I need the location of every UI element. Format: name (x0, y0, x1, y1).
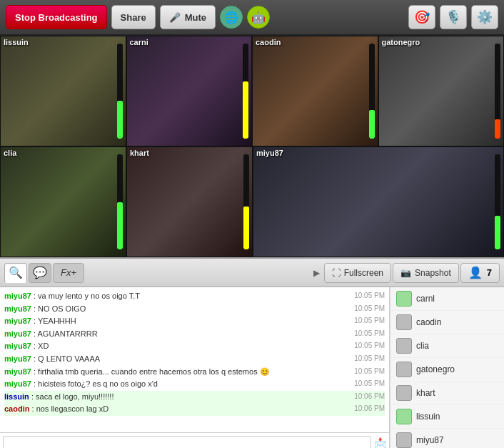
user-name: carnl (416, 294, 435, 304)
video-cell-carni: carni (126, 36, 253, 146)
fullscreen-button[interactable]: ⛶ Fullscreen (324, 263, 391, 283)
message-text: miyu87 : firthalia tmb queria... cuando … (4, 366, 348, 379)
message-row: miyu87 : NO OS OIGO 10:05 PM (4, 303, 385, 316)
microphone-settings-button[interactable]: 🎙️ (440, 5, 467, 29)
android-icon[interactable]: 🤖 (247, 6, 270, 29)
user-list-item[interactable]: caodin (390, 311, 504, 334)
safari-icon[interactable]: 🌐 (220, 6, 243, 29)
user-icon: 👤 (468, 266, 483, 279)
message-row: miyu87 : hicisteis foto¿? es q no os oig… (4, 378, 385, 391)
message-content: : AGUANTARRRR (34, 329, 98, 338)
chat-panel: miyu87 : va muy lento y no os oigo T.T 1… (0, 287, 390, 448)
chat-tab[interactable]: 💬 (29, 263, 51, 283)
user-avatar (396, 314, 412, 330)
message-sender: miyu87 (4, 292, 31, 300)
main-content: miyu87 : va muy lento y no os oigo T.T 1… (0, 287, 504, 448)
video-grid: lissuin carni caodin gatonegro clia khar… (0, 36, 504, 257)
message-row: miyu87 : va muy lento y no os oigo T.T 1… (4, 290, 385, 303)
message-time: 10:05 PM (354, 340, 385, 353)
vol-bar-lissuin (117, 44, 123, 139)
message-time: 10:05 PM (354, 328, 385, 341)
settings-button[interactable]: ⚙️ (471, 5, 498, 29)
message-row: miyu87 : AGUANTARRRR 10:05 PM (4, 328, 385, 341)
message-time: 10:05 PM (354, 290, 385, 303)
target-icon-button[interactable]: 🎯 (408, 5, 435, 29)
message-sender: miyu87 (4, 342, 31, 350)
snapshot-button[interactable]: 📷 Snapshot (393, 263, 459, 283)
chat-input[interactable] (3, 436, 371, 449)
message-text: miyu87 : va muy lento y no os oigo T.T (4, 290, 348, 303)
message-text: miyu87 : YEAHHHH (4, 315, 348, 328)
snapshot-icon: 📷 (400, 268, 411, 278)
user-list-item[interactable]: clia (390, 334, 504, 358)
message-sender: miyu87 (4, 329, 31, 338)
message-row: miyu87 : firthalia tmb queria... cuando … (4, 366, 385, 379)
user-avatar (396, 385, 412, 401)
message-time: 10:05 PM (354, 315, 385, 328)
message-text: miyu87 : hicisteis foto¿? es q no os oig… (4, 378, 348, 391)
user-list-item[interactable]: carnl (390, 287, 504, 311)
video-row-2: clia khart miyu87 (0, 146, 504, 257)
video-cell-gatonegro: gatonegro (378, 36, 505, 146)
tab-bar: 🔍 💬 Fx+ ▶ ⛶ Fullscreen 📷 Snapshot 👤 7 (0, 259, 504, 287)
message-content: : saca el logo, miyu!!!!!!! (31, 392, 114, 401)
scroll-right-icon[interactable]: ▶ (313, 268, 320, 278)
fullscreen-icon: ⛶ (332, 268, 341, 278)
video-cell-khart: khart (126, 146, 253, 257)
snapshot-label: Snapshot (415, 268, 451, 278)
stop-broadcast-button[interactable]: Stop Broadcasting (6, 5, 107, 29)
message-text: miyu87 : XD (4, 340, 348, 353)
message-time: 10:05 PM (354, 353, 385, 366)
message-content: : Q LENTO VAAAA (34, 354, 100, 363)
message-time: 10:06 PM (354, 403, 385, 416)
video-cell-miyu87: miyu87 (253, 146, 504, 257)
message-sender: miyu87 (4, 317, 31, 325)
search-tab[interactable]: 🔍 (4, 263, 27, 283)
message-text: caodin : nos llegascon lag xD (4, 403, 348, 416)
fx-tab[interactable]: Fx+ (53, 263, 84, 283)
message-text: miyu87 : AGUANTARRRR (4, 328, 348, 341)
username-caodin: caodin (256, 38, 281, 46)
message-time: 10:05 PM (354, 303, 385, 316)
user-avatar (396, 291, 412, 307)
message-sender: miyu87 (4, 379, 31, 388)
user-name: caodin (416, 317, 441, 327)
message-sender: miyu87 (4, 304, 31, 313)
mute-label: Mute (185, 12, 206, 23)
username-clia: clia (4, 149, 16, 157)
video-cell-caodin: caodin (252, 36, 378, 146)
user-avatar (396, 409, 412, 424)
message-content: : nos llegascon lag xD (32, 404, 109, 413)
share-button[interactable]: Share (111, 5, 156, 29)
user-name: khart (416, 388, 435, 398)
toolbar: Stop Broadcasting Share 🎤 Mute 🌐 🤖 🎯 🎙️ … (0, 0, 504, 36)
username-gatonegro: gatonegro (382, 38, 420, 46)
vol-bar-miyu87 (495, 154, 500, 249)
message-row: miyu87 : XD 10:05 PM (4, 340, 385, 353)
user-name: lissuin (416, 412, 440, 422)
message-sender: caodin (4, 404, 29, 413)
message-content: : YEAHHHH (34, 317, 76, 325)
message-row: miyu87 : Q LENTO VAAAA 10:05 PM (4, 353, 385, 366)
user-count-tab[interactable]: 👤 7 (460, 263, 500, 283)
username-khart: khart (130, 149, 149, 157)
user-list-item[interactable]: lissuin (390, 405, 504, 429)
message-row: lissuin : saca el logo, miyu!!!!!!! 10:0… (4, 391, 385, 404)
vol-bar-carni (243, 44, 248, 139)
message-content: : NO OS OIGO (34, 304, 86, 313)
mute-button[interactable]: 🎤 Mute (160, 5, 216, 29)
vol-bar-clia (117, 154, 123, 249)
microphone-icon: 🎤 (169, 12, 181, 23)
message-text: lissuin : saca el logo, miyu!!!!!!! (4, 391, 348, 404)
user-avatar (396, 338, 412, 354)
user-name: clia (416, 341, 429, 351)
vol-bar-caodin (369, 44, 375, 139)
message-row: caodin : nos llegascon lag xD 10:06 PM (4, 403, 385, 416)
vol-bar-khart (243, 154, 249, 249)
send-icon[interactable]: 📩 (374, 437, 386, 449)
username-miyu87: miyu87 (256, 149, 283, 157)
user-list-item[interactable]: gatonegro (390, 358, 504, 382)
username-carni: carni (130, 38, 148, 46)
user-list-item[interactable]: khart (390, 382, 504, 405)
user-list-item[interactable]: miyu87 (390, 429, 504, 448)
